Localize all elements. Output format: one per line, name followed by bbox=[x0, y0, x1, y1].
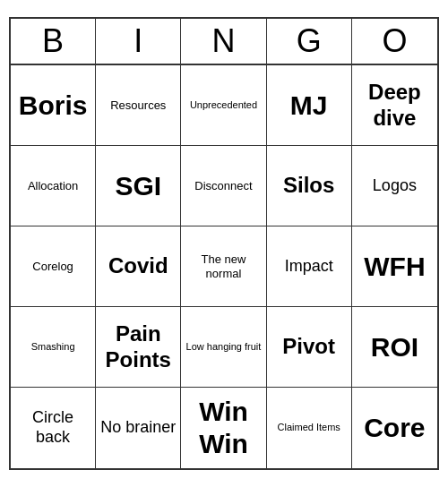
header-letter: I bbox=[96, 19, 181, 64]
bingo-grid: BorisResourcesUnprecedentedMJDeep diveAl… bbox=[11, 65, 437, 468]
bingo-cell-12: The new normal bbox=[181, 226, 266, 307]
cell-text: Disconnect bbox=[194, 179, 252, 193]
cell-text: Logos bbox=[373, 176, 417, 196]
bingo-cell-13: Impact bbox=[267, 226, 352, 307]
bingo-card: BINGO BorisResourcesUnprecedentedMJDeep … bbox=[9, 17, 439, 470]
cell-text: ROI bbox=[371, 331, 418, 363]
cell-text: Covid bbox=[108, 253, 168, 279]
cell-text: Corelog bbox=[32, 260, 73, 274]
bingo-cell-9: Logos bbox=[352, 146, 437, 226]
cell-text: Boris bbox=[19, 90, 88, 122]
cell-text: MJ bbox=[290, 90, 328, 122]
bingo-cell-20: Circle back bbox=[11, 388, 96, 468]
bingo-cell-24: Core bbox=[352, 388, 437, 468]
bingo-cell-4: Deep dive bbox=[352, 65, 437, 146]
bingo-cell-7: Disconnect bbox=[181, 146, 266, 226]
header-letter: O bbox=[352, 19, 437, 64]
header-letter: N bbox=[181, 19, 266, 64]
cell-text: Win Win bbox=[185, 396, 262, 460]
header-letter: B bbox=[11, 19, 96, 64]
cell-text: Impact bbox=[285, 257, 333, 277]
cell-text: Low hanging fruit bbox=[186, 341, 262, 353]
cell-text: SGI bbox=[115, 170, 161, 202]
bingo-cell-2: Unprecedented bbox=[181, 65, 266, 146]
bingo-cell-21: No brainer bbox=[96, 388, 181, 468]
cell-text: Circle back bbox=[14, 408, 91, 447]
cell-text: The new normal bbox=[185, 252, 262, 280]
bingo-cell-14: WFH bbox=[352, 226, 437, 307]
bingo-cell-0: Boris bbox=[11, 65, 96, 146]
bingo-cell-17: Low hanging fruit bbox=[181, 307, 266, 388]
cell-text: Deep dive bbox=[356, 80, 434, 132]
cell-text: Unprecedented bbox=[190, 99, 257, 111]
bingo-cell-5: Allocation bbox=[11, 146, 96, 226]
cell-text: Claimed Items bbox=[278, 422, 340, 433]
bingo-cell-1: Resources bbox=[96, 65, 181, 146]
cell-text: No brainer bbox=[100, 418, 176, 438]
bingo-cell-6: SGI bbox=[96, 146, 181, 226]
bingo-cell-22: Win Win bbox=[181, 388, 266, 468]
bingo-header: BINGO bbox=[11, 19, 437, 65]
bingo-cell-16: Pain Points bbox=[96, 307, 181, 388]
bingo-cell-18: Pivot bbox=[267, 307, 352, 388]
cell-text: Allocation bbox=[28, 179, 78, 193]
bingo-cell-10: Corelog bbox=[11, 226, 96, 307]
cell-text: Pain Points bbox=[99, 321, 177, 373]
cell-text: Pivot bbox=[282, 334, 335, 360]
cell-text: WFH bbox=[364, 251, 425, 283]
cell-text: Core bbox=[364, 412, 425, 444]
bingo-cell-11: Covid bbox=[96, 226, 181, 307]
header-letter: G bbox=[267, 19, 352, 64]
bingo-cell-3: MJ bbox=[267, 65, 352, 146]
cell-text: Silos bbox=[283, 173, 334, 199]
bingo-cell-19: ROI bbox=[352, 307, 437, 388]
cell-text: Smashing bbox=[31, 341, 75, 353]
cell-text: Resources bbox=[110, 98, 166, 113]
bingo-cell-23: Claimed Items bbox=[267, 388, 352, 468]
bingo-cell-15: Smashing bbox=[11, 307, 96, 388]
bingo-cell-8: Silos bbox=[267, 146, 352, 226]
